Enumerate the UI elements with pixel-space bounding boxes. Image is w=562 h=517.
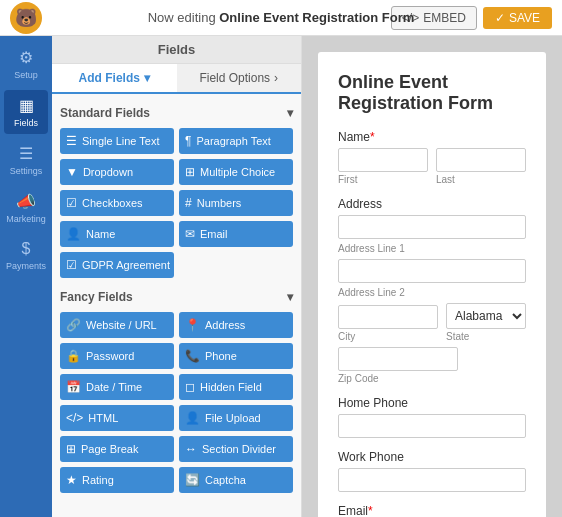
form-preview: Online Event Registration Form Name* Fir… bbox=[318, 52, 546, 517]
email-field-group: Email* bbox=[338, 504, 526, 517]
sidebar-item-payments[interactable]: $ Payments bbox=[4, 234, 48, 277]
last-name-field: Last bbox=[436, 148, 526, 185]
fancy-fields-header: Fancy Fields ▾ bbox=[60, 290, 293, 304]
chevron-right-icon: › bbox=[274, 71, 278, 85]
name-icon: 👤 bbox=[66, 227, 81, 241]
work-phone-input[interactable] bbox=[338, 468, 526, 492]
checkboxes-icon: ☑ bbox=[66, 196, 77, 210]
top-bar-actions: </> EMBED ✓ SAVE bbox=[391, 6, 552, 30]
field-btn-name[interactable]: 👤Name bbox=[60, 221, 174, 247]
address-line1-sublabel: Address Line 1 bbox=[338, 243, 526, 254]
field-btn-rating[interactable]: ★Rating bbox=[60, 467, 174, 493]
zip-field: Zip Code bbox=[338, 347, 526, 384]
chevron-down-icon: ▾ bbox=[287, 106, 293, 120]
first-name-field: First bbox=[338, 148, 428, 185]
field-btn-password[interactable]: 🔒Password bbox=[60, 343, 174, 369]
gdpr-icon: ☑ bbox=[66, 258, 77, 272]
field-btn-numbers[interactable]: #Numbers bbox=[179, 190, 293, 216]
address-line2-input[interactable] bbox=[338, 259, 526, 283]
logo: 🐻 bbox=[10, 2, 42, 34]
first-name-input[interactable] bbox=[338, 148, 428, 172]
date-icon: 📅 bbox=[66, 380, 81, 394]
single-line-icon: ☰ bbox=[66, 134, 77, 148]
fields-panel: Fields Add Fields ▾ Field Options › Stan… bbox=[52, 36, 302, 517]
first-sublabel: First bbox=[338, 174, 428, 185]
field-btn-paragraph-text[interactable]: ¶Paragraph Text bbox=[179, 128, 293, 154]
address-line2-sublabel: Address Line 2 bbox=[338, 287, 526, 298]
paragraph-icon: ¶ bbox=[185, 134, 191, 148]
html-icon: </> bbox=[66, 411, 83, 425]
home-phone-input[interactable] bbox=[338, 414, 526, 438]
city-field: City bbox=[338, 305, 438, 342]
standard-fields-grid: ☰Single Line Text ¶Paragraph Text ▼Dropd… bbox=[60, 128, 293, 278]
sidebar-item-settings[interactable]: ☰ Settings bbox=[4, 138, 48, 182]
field-btn-address[interactable]: 📍Address bbox=[179, 312, 293, 338]
field-btn-captcha[interactable]: 🔄Captcha bbox=[179, 467, 293, 493]
sidebar-item-fields[interactable]: ▦ Fields bbox=[4, 90, 48, 134]
address-state-row: City Alabama State bbox=[338, 303, 526, 342]
state-select[interactable]: Alabama bbox=[446, 303, 526, 329]
address-icon: 📍 bbox=[185, 318, 200, 332]
city-input[interactable] bbox=[338, 305, 438, 329]
address-label: Address bbox=[338, 197, 526, 211]
field-btn-single-line-text[interactable]: ☰Single Line Text bbox=[60, 128, 174, 154]
tab-add-fields[interactable]: Add Fields ▾ bbox=[52, 64, 177, 94]
zip-input[interactable] bbox=[338, 347, 458, 371]
city-sublabel: City bbox=[338, 331, 438, 342]
field-btn-section-divider[interactable]: ↔Section Divider bbox=[179, 436, 293, 462]
home-phone-label: Home Phone bbox=[338, 396, 526, 410]
field-btn-phone[interactable]: 📞Phone bbox=[179, 343, 293, 369]
website-icon: 🔗 bbox=[66, 318, 81, 332]
fancy-fields-grid: 🔗Website / URL 📍Address 🔒Password 📞Phone… bbox=[60, 312, 293, 493]
field-btn-page-break[interactable]: ⊞Page Break bbox=[60, 436, 174, 462]
sidebar-item-label: Payments bbox=[6, 261, 46, 271]
numbers-icon: # bbox=[185, 196, 192, 210]
sidebar-item-label: Setup bbox=[14, 70, 38, 80]
state-sublabel: State bbox=[446, 331, 526, 342]
state-field: Alabama State bbox=[446, 303, 526, 342]
setup-icon: ⚙ bbox=[19, 48, 33, 67]
field-btn-multiple-choice[interactable]: ⊞Multiple Choice bbox=[179, 159, 293, 185]
fields-content: Standard Fields ▾ ☰Single Line Text ¶Par… bbox=[52, 94, 301, 517]
field-btn-checkboxes[interactable]: ☑Checkboxes bbox=[60, 190, 174, 216]
chevron-down-icon: ▾ bbox=[144, 71, 150, 85]
name-label: Name* bbox=[338, 130, 526, 144]
field-btn-date-time[interactable]: 📅Date / Time bbox=[60, 374, 174, 400]
field-btn-html[interactable]: </>HTML bbox=[60, 405, 174, 431]
sidebar-item-setup[interactable]: ⚙ Setup bbox=[4, 42, 48, 86]
field-btn-email[interactable]: ✉Email bbox=[179, 221, 293, 247]
home-phone-field-group: Home Phone bbox=[338, 396, 526, 438]
checkmark-icon: ✓ bbox=[495, 11, 505, 25]
field-btn-gdpr[interactable]: ☑GDPR Agreement bbox=[60, 252, 174, 278]
work-phone-field-group: Work Phone bbox=[338, 450, 526, 492]
fields-tabs: Add Fields ▾ Field Options › bbox=[52, 64, 301, 94]
email-label: Email* bbox=[338, 504, 526, 517]
tab-field-options[interactable]: Field Options › bbox=[177, 64, 302, 92]
sidebar-item-label: Fields bbox=[14, 118, 38, 128]
field-btn-website-url[interactable]: 🔗Website / URL bbox=[60, 312, 174, 338]
field-btn-file-upload[interactable]: 👤File Upload bbox=[179, 405, 293, 431]
work-phone-label: Work Phone bbox=[338, 450, 526, 464]
chevron-down-icon: ▾ bbox=[287, 290, 293, 304]
sidebar-nav: ⚙ Setup ▦ Fields ☰ Settings 📣 Marketing … bbox=[0, 36, 52, 517]
field-btn-dropdown[interactable]: ▼Dropdown bbox=[60, 159, 174, 185]
standard-fields-header: Standard Fields ▾ bbox=[60, 106, 293, 120]
hidden-icon: ◻ bbox=[185, 380, 195, 394]
page-break-icon: ⊞ bbox=[66, 442, 76, 456]
last-name-input[interactable] bbox=[436, 148, 526, 172]
sidebar-item-label: Marketing bbox=[6, 214, 46, 224]
upload-icon: 👤 bbox=[185, 411, 200, 425]
captcha-icon: 🔄 bbox=[185, 473, 200, 487]
zip-sublabel: Zip Code bbox=[338, 373, 526, 384]
last-sublabel: Last bbox=[436, 174, 526, 185]
sidebar-item-marketing[interactable]: 📣 Marketing bbox=[4, 186, 48, 230]
sidebar-item-label: Settings bbox=[10, 166, 43, 176]
bear-logo-icon: 🐻 bbox=[10, 2, 42, 34]
top-bar: 🐻 Now editing Online Event Registration … bbox=[0, 0, 562, 36]
divider-icon: ↔ bbox=[185, 442, 197, 456]
marketing-icon: 📣 bbox=[16, 192, 36, 211]
field-btn-hidden-field[interactable]: ◻Hidden Field bbox=[179, 374, 293, 400]
multiple-choice-icon: ⊞ bbox=[185, 165, 195, 179]
save-button[interactable]: ✓ SAVE bbox=[483, 7, 552, 29]
address-line1-input[interactable] bbox=[338, 215, 526, 239]
